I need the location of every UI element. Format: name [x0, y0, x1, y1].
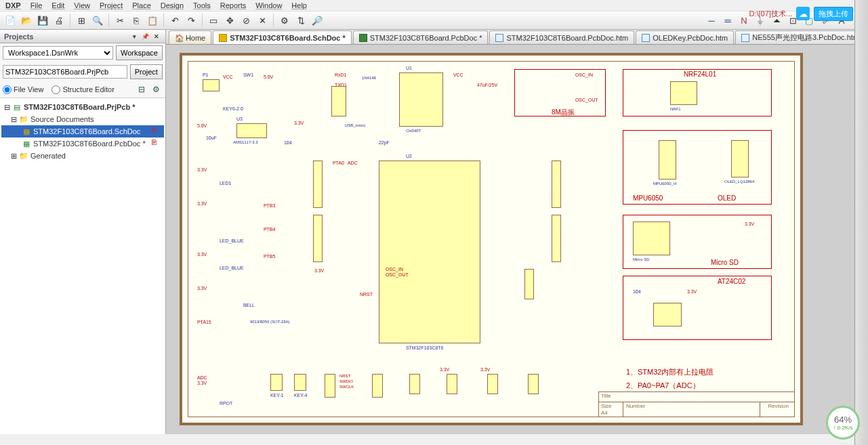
button-k1 [270, 374, 283, 391]
settings-icon[interactable]: ⚙ [150, 83, 163, 96]
deselect-icon[interactable]: ⊘ [239, 13, 253, 28]
ic-microsd [633, 221, 670, 255]
expand-icon[interactable]: ⊞ [11, 152, 17, 161]
undo-icon[interactable]: ↶ [167, 13, 182, 28]
tab-home[interactable]: Home [169, 30, 211, 44]
sch-icon [219, 34, 227, 42]
save-icon[interactable]: 💾 [35, 13, 50, 28]
projects-panel: Projects ▾ 📌 ✕ Workspace1.DsnWrk Workspa… [0, 30, 166, 434]
tab-pcb-htm[interactable]: STM32F103C8T6Board.PcbDoc.htm [489, 30, 634, 44]
pcb-file-icon: ▦ [22, 140, 31, 148]
panel-title: Projects [4, 33, 33, 41]
ic-ams1117 [236, 123, 267, 138]
place-bus-icon[interactable]: ═ [720, 13, 735, 28]
ic-ch340t [399, 72, 443, 127]
paste-icon[interactable]: 📋 [145, 13, 160, 28]
open-icon[interactable]: 📂 [19, 13, 34, 28]
tree-pcb-file[interactable]: ▦ STM32F103C8T6Board.PcbDoc * 🖹 [1, 137, 164, 150]
zoom-fit-icon[interactable]: ⊞ [74, 13, 89, 28]
tab-ne555-htm[interactable]: NE555声光控电路3.PcbDoc.htm [735, 30, 865, 44]
new-icon[interactable]: 📄 [3, 13, 18, 28]
menu-design[interactable]: Design [161, 1, 184, 9]
header-p16 [487, 374, 498, 394]
pcb-icon [359, 34, 367, 42]
speed-widget[interactable]: 64% ↑ 0.2K/s [826, 406, 860, 440]
address-area: D:\[07]技术... ☁ 拖拽上传 [749, 0, 853, 27]
document-tabs: Home STM32F103C8T6Board.SchDoc * STM32F1… [166, 30, 868, 45]
dropdown-icon[interactable]: ▾ [130, 32, 140, 41]
schematic-canvas[interactable]: P1 VCC SW1 5.0V KEY6-2.0 5.0V U3 AMS1117… [166, 45, 868, 434]
close-icon[interactable]: ✕ [152, 32, 161, 41]
menu-project[interactable]: Project [100, 1, 123, 9]
tab-oled-htm[interactable]: OLEDKey.PcbDoc.htm [636, 30, 734, 44]
tree-sch-file[interactable]: ▦ STM32F103C8T6Board.SchDoc 🖹 [1, 125, 164, 137]
menu-edit[interactable]: Edit [51, 1, 64, 9]
header-p12 [325, 374, 335, 398]
tree-source-folder[interactable]: ⊟ 📁 Source Documents [1, 113, 164, 125]
folder-icon: 📁 [19, 115, 28, 123]
place-wire-icon[interactable]: ─ [704, 13, 719, 28]
path-hint: D:\[07]技术... [749, 9, 792, 19]
file-view-radio[interactable]: File View [3, 85, 43, 94]
project-tree[interactable]: ⊟ ▤ STM32F103C8T6Board.PrjPcb * ⊟ 📁 Sour… [0, 98, 165, 434]
header-p10 [524, 269, 534, 299]
clear-icon[interactable]: ✕ [255, 13, 270, 28]
zoom-area-icon[interactable]: 🔍 [90, 13, 105, 28]
upload-button[interactable]: 拖拽上传 [814, 7, 853, 21]
header-p1 [203, 79, 220, 91]
home-icon [175, 34, 183, 42]
cloud-icon[interactable]: ☁ [796, 7, 810, 20]
menu-dxp[interactable]: DXP [5, 1, 21, 9]
print-icon[interactable]: 🖨 [51, 13, 66, 28]
header-nrf [670, 81, 697, 105]
button-k2 [294, 374, 306, 391]
header-p6 [552, 161, 561, 208]
menu-reports[interactable]: Reports [220, 1, 247, 9]
copy-icon[interactable]: ⎘ [129, 13, 144, 28]
cut-icon[interactable]: ✂ [112, 13, 127, 28]
collapse-icon[interactable]: ⊟ [136, 83, 148, 96]
ic-stm32 [379, 161, 480, 343]
crossprobe-icon[interactable]: ⇅ [293, 13, 308, 28]
menu-view[interactable]: View [74, 1, 90, 9]
panel-title-bar: Projects ▾ 📌 ✕ [0, 30, 165, 43]
tab-pcb[interactable]: STM32F103C8T6Board.PcbDoc * [353, 30, 489, 44]
structure-editor-radio[interactable]: Structure Editor [51, 85, 114, 94]
header-p8 [313, 161, 323, 208]
move-icon[interactable]: ✥ [222, 13, 237, 28]
project-icon: ▤ [12, 103, 22, 111]
speed-pct: 64% [834, 415, 852, 425]
compile-icon[interactable]: ⚙ [277, 13, 292, 28]
speed-rate: ↑ 0.2K/s [833, 425, 853, 431]
htm-icon [741, 34, 749, 42]
menu-help[interactable]: Help [291, 1, 307, 9]
workspace-button[interactable]: Workspace [116, 45, 163, 60]
tree-generated-folder[interactable]: ⊞ 📁 Generated [1, 150, 164, 162]
expand-icon[interactable]: ⊟ [4, 103, 10, 112]
menu-window[interactable]: Window [255, 1, 282, 9]
ic-at24c02 [653, 303, 682, 326]
project-button[interactable]: Project [130, 64, 163, 79]
select-icon[interactable]: ▭ [206, 13, 221, 28]
browse-icon[interactable]: 🔎 [310, 13, 325, 28]
sch-file-icon: ▦ [22, 127, 31, 135]
menu-tools[interactable]: Tools [193, 1, 211, 9]
note-2: 2、PA0~PA7（ADC） [626, 381, 700, 391]
folder-icon: 📁 [19, 152, 28, 160]
pin-icon[interactable]: 📌 [141, 32, 150, 41]
view-mode-row: File View Structure Editor ⊟ ⚙ [0, 81, 165, 98]
header-oled [731, 140, 749, 177]
tab-sch[interactable]: STM32F103C8T6Board.SchDoc * [213, 30, 352, 44]
project-field[interactable] [3, 65, 127, 79]
header-p13 [372, 374, 383, 398]
expand-icon[interactable]: ⊟ [11, 115, 17, 124]
header-p14 [409, 374, 420, 394]
redo-icon[interactable]: ↷ [184, 13, 199, 28]
block-at24 [623, 276, 772, 340]
header-p17 [528, 374, 539, 394]
tree-project-root[interactable]: ⊟ ▤ STM32F103C8T6Board.PrjPcb * [1, 101, 164, 113]
right-dock[interactable] [854, 0, 868, 445]
menu-place[interactable]: Place [132, 1, 151, 9]
workspace-select[interactable]: Workspace1.DsnWrk [3, 46, 113, 60]
menu-file[interactable]: File [30, 1, 43, 9]
